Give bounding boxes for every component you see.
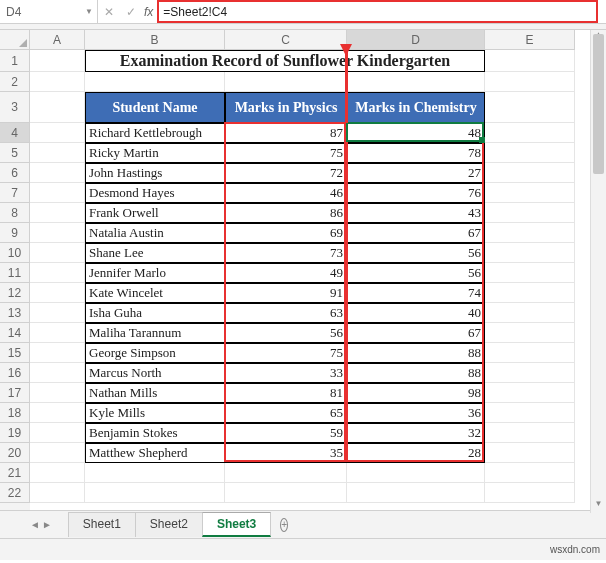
- row-header-14[interactable]: 14: [0, 323, 30, 343]
- student-name-cell[interactable]: George Simpson: [85, 343, 225, 363]
- cell-A5[interactable]: [30, 143, 85, 163]
- cell-A8[interactable]: [30, 203, 85, 223]
- row-header-8[interactable]: 8: [0, 203, 30, 223]
- chemistry-cell[interactable]: 36: [347, 403, 485, 423]
- physics-cell[interactable]: 86: [225, 203, 347, 223]
- cell-A22[interactable]: [30, 483, 85, 503]
- physics-cell[interactable]: 59: [225, 423, 347, 443]
- add-sheet-button[interactable]: +: [270, 512, 298, 537]
- physics-cell[interactable]: 46: [225, 183, 347, 203]
- cell-B21[interactable]: [85, 463, 225, 483]
- cell-D2[interactable]: [347, 72, 485, 92]
- cell-C22[interactable]: [225, 483, 347, 503]
- nav-next-icon[interactable]: ►: [42, 519, 52, 530]
- cell-B22[interactable]: [85, 483, 225, 503]
- chemistry-cell[interactable]: 40: [347, 303, 485, 323]
- cell-A15[interactable]: [30, 343, 85, 363]
- physics-cell[interactable]: 63: [225, 303, 347, 323]
- student-name-cell[interactable]: Matthew Shepherd: [85, 443, 225, 463]
- cell-A3[interactable]: [30, 92, 85, 123]
- tab-nav[interactable]: ◄ ►: [30, 519, 52, 530]
- cell-E15[interactable]: [485, 343, 575, 363]
- chemistry-cell[interactable]: 74: [347, 283, 485, 303]
- cell-E5[interactable]: [485, 143, 575, 163]
- chemistry-cell[interactable]: 32: [347, 423, 485, 443]
- cell-A18[interactable]: [30, 403, 85, 423]
- cancel-icon[interactable]: ✕: [98, 0, 120, 23]
- row-header-21[interactable]: 21: [0, 463, 30, 483]
- cell-A16[interactable]: [30, 363, 85, 383]
- sheet-tab-sheet3[interactable]: Sheet3: [202, 512, 271, 537]
- physics-cell[interactable]: 69: [225, 223, 347, 243]
- student-name-cell[interactable]: Richard Kettlebrough: [85, 123, 225, 143]
- row-header-10[interactable]: 10: [0, 243, 30, 263]
- chemistry-cell[interactable]: 98: [347, 383, 485, 403]
- student-name-cell[interactable]: John Hastings: [85, 163, 225, 183]
- cell-E9[interactable]: [485, 223, 575, 243]
- row-header-16[interactable]: 16: [0, 363, 30, 383]
- cell-A12[interactable]: [30, 283, 85, 303]
- cell-E10[interactable]: [485, 243, 575, 263]
- chemistry-cell[interactable]: 67: [347, 223, 485, 243]
- physics-cell[interactable]: 65: [225, 403, 347, 423]
- cell-E19[interactable]: [485, 423, 575, 443]
- cell-E21[interactable]: [485, 463, 575, 483]
- cell-A1[interactable]: [30, 50, 85, 72]
- chemistry-cell[interactable]: 88: [347, 343, 485, 363]
- physics-cell[interactable]: 73: [225, 243, 347, 263]
- row-header-1[interactable]: 1: [0, 50, 30, 72]
- cell-E20[interactable]: [485, 443, 575, 463]
- student-name-cell[interactable]: Jennifer Marlo: [85, 263, 225, 283]
- grid[interactable]: 12345678910111213141516171819202122 Exam…: [0, 50, 606, 510]
- chemistry-cell[interactable]: 76: [347, 183, 485, 203]
- column-header-e[interactable]: E: [485, 30, 575, 50]
- cell-E1[interactable]: [485, 50, 575, 72]
- sheet-tab-sheet1[interactable]: Sheet1: [68, 512, 136, 537]
- column-header-b[interactable]: B: [85, 30, 225, 50]
- row-header-3[interactable]: 3: [0, 92, 30, 123]
- nav-prev-icon[interactable]: ◄: [30, 519, 40, 530]
- physics-cell[interactable]: 49: [225, 263, 347, 283]
- physics-cell[interactable]: 91: [225, 283, 347, 303]
- row-header-2[interactable]: 2: [0, 72, 30, 92]
- physics-cell[interactable]: 87: [225, 123, 347, 143]
- physics-cell[interactable]: 75: [225, 143, 347, 163]
- student-name-cell[interactable]: Kyle Mills: [85, 403, 225, 423]
- cell-D22[interactable]: [347, 483, 485, 503]
- cell-E7[interactable]: [485, 183, 575, 203]
- cell-E13[interactable]: [485, 303, 575, 323]
- physics-cell[interactable]: 72: [225, 163, 347, 183]
- row-header-5[interactable]: 5: [0, 143, 30, 163]
- student-name-cell[interactable]: Natalia Austin: [85, 223, 225, 243]
- chemistry-cell[interactable]: 43: [347, 203, 485, 223]
- cell-E8[interactable]: [485, 203, 575, 223]
- cells-area[interactable]: Examination Record of Sunflower Kinderga…: [30, 50, 575, 510]
- physics-cell[interactable]: 56: [225, 323, 347, 343]
- physics-cell[interactable]: 33: [225, 363, 347, 383]
- chevron-down-icon[interactable]: ▼: [85, 7, 93, 16]
- row-header-17[interactable]: 17: [0, 383, 30, 403]
- student-name-cell[interactable]: Kate Wincelet: [85, 283, 225, 303]
- sheet-tab-sheet2[interactable]: Sheet2: [135, 512, 203, 537]
- student-name-cell[interactable]: Desmond Hayes: [85, 183, 225, 203]
- row-header-12[interactable]: 12: [0, 283, 30, 303]
- cell-E6[interactable]: [485, 163, 575, 183]
- cell-A9[interactable]: [30, 223, 85, 243]
- student-name-cell[interactable]: Marcus North: [85, 363, 225, 383]
- chemistry-cell[interactable]: 67: [347, 323, 485, 343]
- cell-E2[interactable]: [485, 72, 575, 92]
- cell-A10[interactable]: [30, 243, 85, 263]
- cell-E11[interactable]: [485, 263, 575, 283]
- cell-E18[interactable]: [485, 403, 575, 423]
- student-name-cell[interactable]: Isha Guha: [85, 303, 225, 323]
- cell-A20[interactable]: [30, 443, 85, 463]
- cell-E12[interactable]: [485, 283, 575, 303]
- confirm-icon[interactable]: ✓: [120, 0, 142, 23]
- row-header-7[interactable]: 7: [0, 183, 30, 203]
- row-header-11[interactable]: 11: [0, 263, 30, 283]
- row-header-19[interactable]: 19: [0, 423, 30, 443]
- row-header-20[interactable]: 20: [0, 443, 30, 463]
- cell-C2[interactable]: [225, 72, 347, 92]
- chemistry-cell[interactable]: 78: [347, 143, 485, 163]
- physics-cell[interactable]: 35: [225, 443, 347, 463]
